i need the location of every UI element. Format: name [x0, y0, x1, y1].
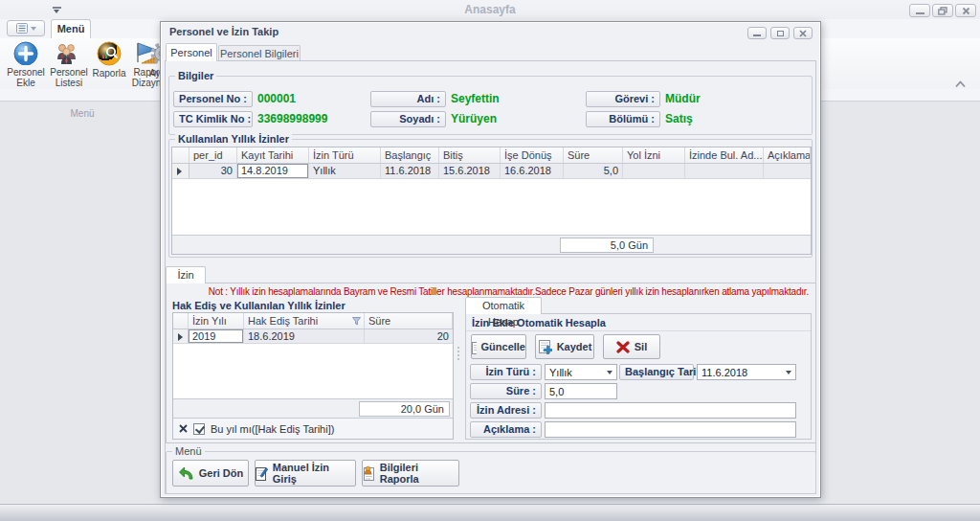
izin-turu-combo[interactable]: Yıllık: [545, 364, 617, 380]
column-header[interactable]: İzin Türü: [309, 147, 381, 163]
window-minimize-button[interactable]: [909, 4, 930, 17]
cell-baslangic[interactable]: 11.6.2018: [381, 164, 439, 178]
cell-per-id[interactable]: 30: [189, 164, 237, 178]
column-header[interactable]: Yol İzni: [623, 147, 685, 163]
report-search-icon: [97, 41, 122, 66]
izin-note: Not : Yıllık izin hesaplamalarında Bayra…: [209, 286, 809, 297]
soyadi-label: Soyadı :: [370, 111, 446, 127]
column-header[interactable]: per_id: [189, 147, 237, 163]
window-restore-button[interactable]: [932, 4, 953, 17]
column-header[interactable]: Bitiş: [439, 147, 501, 163]
personel-ekle-button[interactable]: Personel Ekle: [5, 39, 47, 88]
button-label: Sil: [635, 341, 647, 352]
tab-izin[interactable]: İzin: [166, 266, 206, 283]
clear-filter-icon[interactable]: [179, 424, 188, 433]
button-label: Manuel İzin Giriş: [273, 462, 355, 485]
quick-access-bar-icon: [53, 7, 61, 9]
cell-izinde-bul[interactable]: [685, 164, 764, 178]
cell-kayit-tarihi[interactable]: 14.8.2019: [237, 164, 309, 178]
gorevi-label: Görevi :: [586, 91, 660, 107]
column-header[interactable]: İzin Yılı: [189, 313, 244, 328]
combo-value: Yıllık: [549, 367, 572, 378]
menu-group: Menü Geri Dön Manuel İzin Giriş: [166, 451, 816, 494]
cell-izin-yili[interactable]: 2019: [189, 329, 244, 343]
column-header[interactable]: Süre: [365, 313, 453, 328]
cell-hak-edis-tarihi[interactable]: 18.6.2019: [244, 329, 365, 343]
column-header-label: Hak Ediş Tarihi: [248, 313, 318, 328]
column-header[interactable]: Başlangıç: [381, 147, 439, 163]
kaydet-button[interactable]: Kaydet: [535, 334, 594, 359]
cell-sure[interactable]: 20: [365, 329, 453, 343]
tab-personel-bilgileri[interactable]: Personel Bilgileri: [218, 45, 301, 61]
ribbon-group-label: Menü: [0, 108, 165, 119]
grid-header-row: İzin Yılı Hak Ediş Tarihi Süre: [173, 313, 453, 329]
window-title: Anasayfa: [0, 3, 980, 16]
dialog-minimize-button[interactable]: [747, 27, 767, 39]
minimize-icon: [916, 12, 924, 14]
ribbon-tab-menu[interactable]: Menü: [51, 19, 91, 38]
close-icon: [799, 30, 807, 37]
button-label: Personel: [50, 67, 87, 78]
ribbon-collapse-button[interactable]: [954, 79, 967, 90]
sure-label: Süre :: [470, 383, 542, 399]
cell-yol-izni[interactable]: [623, 164, 685, 178]
column-header[interactable]: Kayıt Tarihi: [237, 147, 309, 163]
cell-izin-turu[interactable]: Yıllık: [309, 164, 381, 178]
maximize-icon: [777, 31, 784, 36]
button-label: Ay: [149, 68, 161, 79]
application-button[interactable]: [7, 20, 45, 36]
cell-ise-donus[interactable]: 16.6.2018: [501, 164, 564, 178]
minimize-icon: [753, 34, 761, 36]
personel-listesi-button[interactable]: Personel Listesi: [47, 39, 91, 88]
cell-aciklama[interactable]: [764, 164, 811, 178]
column-header[interactable]: İzinde Bul. Ad...: [685, 147, 764, 163]
button-label: Bilgileri Raporla: [380, 462, 458, 485]
kullanilan-izinler-grid[interactable]: per_id Kayıt Tarihi İzin Türü Başlangıç …: [171, 147, 812, 255]
filter-funnel-icon[interactable]: [352, 317, 361, 326]
column-header[interactable]: Hak Ediş Tarihi: [244, 313, 365, 328]
guncelle-button[interactable]: Güncelle: [471, 334, 526, 359]
izin-panel: Not : Yıllık izin hesaplamalarında Bayra…: [166, 283, 816, 443]
baslangic-tarihi-label: Başlangıç Tarihi :: [619, 364, 694, 380]
grid-summary-bar: 5,0 Gün: [172, 235, 811, 254]
grid-summary-bar: 20,0 Gün: [173, 398, 453, 418]
chevron-up-icon: [954, 79, 967, 88]
column-header[interactable]: Süre: [564, 147, 623, 163]
sure-input[interactable]: [545, 383, 617, 399]
grid-data-row[interactable]: 30 14.8.2019 Yıllık 11.6.2018 15.6.2018 …: [172, 164, 811, 179]
column-header[interactable]: Açıklama: [764, 147, 811, 163]
sil-button[interactable]: Sil: [603, 334, 660, 359]
manuel-izin-giris-button[interactable]: Manuel İzin Giriş: [255, 460, 356, 487]
baslangic-tarihi-combo[interactable]: 11.6.2018: [697, 364, 796, 380]
dialog-close-button[interactable]: [793, 27, 813, 39]
grid-empty-area: [172, 179, 811, 235]
button-label: Ekle: [16, 78, 34, 88]
column-header[interactable]: İşe Dönüş: [501, 147, 564, 163]
hak-edis-title: Hak Ediş ve Kullanılan Yıllık İzinler: [172, 300, 345, 311]
raporla-button[interactable]: Raporla: [91, 39, 127, 88]
grid-data-row[interactable]: 2019 18.6.2019 20: [173, 329, 453, 344]
main-window: Anasayfa Menü Person: [0, 0, 980, 521]
bilgiler-group-title: Bilgiler: [175, 70, 216, 82]
window-close-button[interactable]: [955, 4, 976, 17]
tab-otomatik-hesap[interactable]: Otomatik Hesap: [465, 297, 542, 314]
add-person-icon: [13, 41, 38, 65]
cell-sure[interactable]: 5,0: [564, 164, 623, 178]
window-titlebar: Anasayfa: [0, 0, 980, 19]
bilgileri-raporla-button[interactable]: Bilgileri Raporla: [362, 460, 459, 487]
filter-checkbox[interactable]: [193, 423, 205, 435]
row-indicator-header: [172, 147, 189, 163]
izin-adresi-input[interactable]: [545, 402, 796, 419]
button-label: Güncelle: [481, 341, 525, 352]
hak-edis-grid[interactable]: İzin Yılı Hak Ediş Tarihi Süre 2019 18.6…: [172, 312, 454, 440]
tab-personel[interactable]: Personel: [166, 43, 217, 61]
cell-bitis[interactable]: 15.6.2018: [439, 164, 501, 178]
button-label: Raporla: [92, 68, 125, 79]
splitter-handle[interactable]: [457, 347, 460, 360]
dialog-maximize-button[interactable]: [770, 27, 790, 39]
quick-access-dropdown[interactable]: [48, 4, 65, 15]
gorevi-value: Müdür: [665, 91, 701, 107]
geri-don-button[interactable]: Geri Dön: [172, 460, 249, 487]
aciklama-input[interactable]: [545, 421, 796, 438]
otomatik-hesap-panel: İzin Ekle Otomatik Hesapla Güncelle: [465, 313, 812, 440]
